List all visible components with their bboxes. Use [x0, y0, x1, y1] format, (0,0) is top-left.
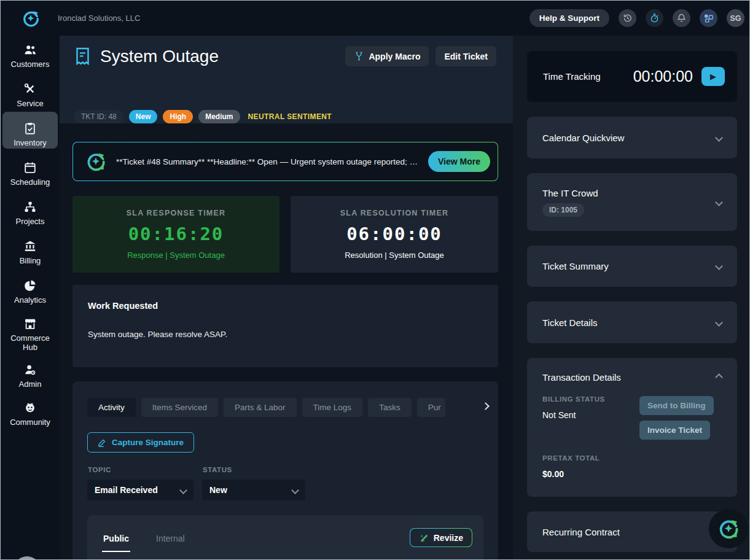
recurring-contract-card: Recurring Contract: [527, 511, 737, 552]
sla-resolution-sub: Resolution | System Outage: [345, 251, 444, 260]
topic-label: TOPIC: [88, 466, 111, 473]
ai-logo-icon: [85, 151, 106, 172]
ticket-details-card: Ticket Details: [527, 301, 737, 343]
edit-ticket-button[interactable]: Edit Ticket: [436, 46, 496, 66]
sla-resolution-time: 06:00:00: [346, 224, 442, 244]
left-nav: Customers Service Inventory Scheduling P…: [1, 36, 60, 560]
status-badge[interactable]: New: [129, 110, 158, 123]
chevron-down-icon: [715, 262, 723, 270]
scheduling-icon: [23, 161, 37, 174]
ticket-icon: [74, 47, 91, 66]
sidebar-item-service[interactable]: Service: [1, 82, 60, 108]
timer-button[interactable]: [646, 9, 663, 27]
notifications-button[interactable]: [673, 9, 690, 27]
work-requested-title: Work Requested: [88, 301, 483, 311]
customer-card: The IT Crowd ID: 1005: [527, 173, 737, 231]
top-bar: Ironclad Solutions, LLC Help & Support S…: [1, 1, 750, 36]
invoice-ticket-button[interactable]: Invoice Ticket: [639, 421, 710, 440]
projects-icon: [23, 200, 37, 214]
customer-card-toggle[interactable]: The IT Crowd ID: 1005: [527, 173, 737, 231]
help-fab[interactable]: ?: [14, 556, 41, 560]
sidebar-item-projects[interactable]: Projects: [1, 200, 60, 226]
chevron-down-icon: [715, 198, 723, 206]
sla-resolution-card: SLA RESOLUTION TIMER 06:00:00 Resolution…: [291, 196, 498, 273]
apps-button[interactable]: [700, 9, 717, 27]
tab-activity[interactable]: Activity: [87, 398, 136, 417]
reviize-button[interactable]: Reviize: [410, 528, 472, 547]
tab-items-serviced[interactable]: Items Serviced: [141, 398, 218, 417]
apps-grid-icon: [703, 13, 714, 23]
chevron-down-icon: [179, 486, 187, 494]
ticket-header: System Outage Apply Macro Edit Ticket TK…: [60, 36, 513, 123]
user-avatar[interactable]: SG: [727, 9, 744, 27]
inventory-icon: [23, 122, 37, 135]
sla-response-sub: Response | System Outage: [127, 251, 225, 260]
sidebar-item-inventory[interactable]: Inventory: [1, 122, 60, 147]
chevron-up-icon: [715, 373, 723, 381]
app-logo-icon[interactable]: [21, 9, 40, 28]
sla-response-label: SLA RESPONSE TIMER: [127, 209, 225, 217]
analytics-icon: [23, 279, 37, 292]
severity-badge[interactable]: Medium: [198, 110, 240, 123]
apply-macro-button[interactable]: Apply Macro: [345, 46, 429, 66]
comment-composer: Public Internal Reviize: [87, 515, 483, 560]
sidebar-item-community[interactable]: Community: [1, 401, 60, 427]
view-more-button[interactable]: View More: [428, 151, 490, 172]
history-icon: [622, 13, 633, 23]
help-support-button[interactable]: Help & Support: [529, 9, 609, 27]
billing-status-label: BILLING STATUS: [542, 395, 605, 403]
time-tracking-card: Time Tracking 00:00:00 ▶: [527, 51, 737, 102]
recurring-contract-toggle[interactable]: Recurring Contract: [527, 511, 737, 552]
sidebar-item-admin[interactable]: Admin: [1, 363, 60, 389]
work-requested-card: Work Requested System outage. Please res…: [72, 285, 498, 367]
sidebar-item-scheduling[interactable]: Scheduling: [1, 161, 60, 187]
ticket-details-toggle[interactable]: Ticket Details: [527, 301, 737, 343]
sla-resolution-label: SLA RESOLUTION TIMER: [340, 209, 448, 217]
stopwatch-icon: [649, 13, 660, 23]
ticket-summary-card: Ticket Summary: [527, 246, 737, 287]
history-button[interactable]: [619, 9, 636, 27]
tab-time-logs[interactable]: Time Logs: [302, 398, 363, 417]
send-to-billing-button[interactable]: Send to Billing: [639, 396, 714, 415]
sla-response-time: 00:16:20: [128, 224, 224, 244]
time-tracking-label: Time Tracking: [543, 71, 601, 82]
tab-tasks[interactable]: Tasks: [368, 398, 412, 417]
ai-assistant-fab[interactable]: [709, 509, 748, 548]
sidebar-item-customers[interactable]: Customers: [1, 43, 60, 69]
sla-response-card: SLA RESPONSE TIMER 00:16:20 Response | S…: [72, 196, 279, 273]
tab-scroll-right-icon[interactable]: [483, 400, 488, 411]
admin-icon: [23, 363, 37, 376]
ticket-summary-toggle[interactable]: Ticket Summary: [527, 246, 737, 287]
topic-select[interactable]: Email Received: [87, 480, 193, 500]
sentiment-label: NEUTRAL SENTIMENT: [248, 112, 332, 121]
community-icon: [23, 401, 37, 414]
tab-parts-labor[interactable]: Parts & Labor: [224, 398, 297, 417]
customers-icon: [23, 43, 37, 56]
priority-badge[interactable]: High: [163, 110, 193, 123]
tab-purchases-truncated[interactable]: Pur: [417, 398, 445, 417]
macro-icon: [354, 51, 364, 61]
calendar-quickview-card: Calendar Quickview: [527, 117, 737, 158]
ai-assistant-logo-icon: [717, 518, 740, 540]
sidebar-item-billing[interactable]: Billing: [1, 239, 60, 265]
transaction-details-toggle[interactable]: Transaction Details: [527, 358, 737, 383]
tab-public[interactable]: Public: [103, 534, 129, 543]
sidebar-item-analytics[interactable]: Analytics: [1, 279, 60, 305]
start-timer-button[interactable]: ▶: [701, 67, 725, 86]
app-window: Ironclad Solutions, LLC Help & Support S…: [0, 0, 750, 560]
work-requested-body: System outage. Please resolve ASAP.: [88, 330, 483, 339]
ai-summary-banner: **Ticket #48 Summary** **Headline:** Ope…: [72, 142, 498, 181]
sidebar-item-commerce-hub[interactable]: Commerce Hub: [1, 317, 60, 352]
status-select[interactable]: New: [202, 480, 305, 500]
customer-id-badge: ID: 1005: [542, 203, 584, 217]
main-content: **Ticket #48 Summary** **Headline:** Ope…: [60, 123, 513, 560]
commerce-hub-icon: [23, 317, 37, 330]
tab-internal[interactable]: Internal: [156, 534, 185, 543]
ai-summary-text: **Ticket #48 Summary** **Headline:** Ope…: [116, 157, 418, 166]
chevron-down-icon: [715, 134, 723, 142]
bell-icon: [676, 13, 687, 23]
pretax-total-value: $0.00: [542, 469, 564, 479]
capture-signature-button[interactable]: Capture Signature: [87, 432, 194, 453]
calendar-quickview-toggle[interactable]: Calendar Quickview: [527, 117, 737, 158]
pretax-total-label: PRETAX TOTAL: [542, 454, 600, 462]
